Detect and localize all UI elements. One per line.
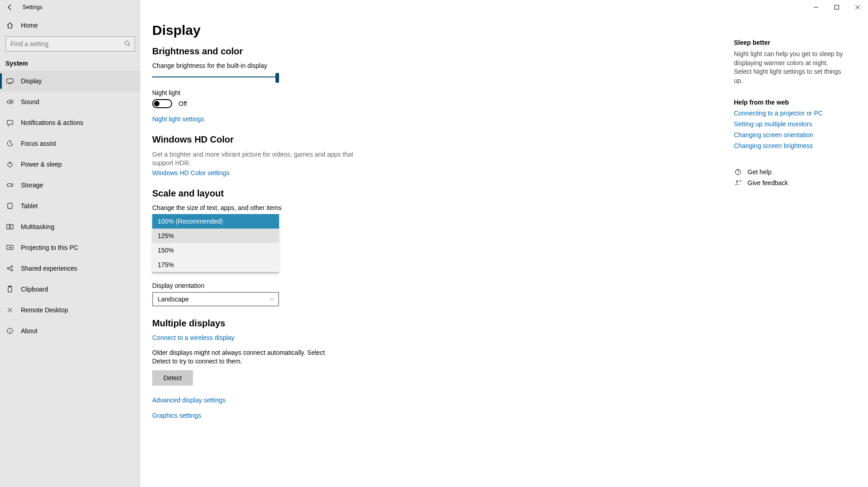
remote-desktop-icon — [5, 306, 14, 314]
advanced-display-link[interactable]: Advanced display settings — [152, 396, 226, 404]
give-feedback-label: Give feedback — [747, 179, 788, 186]
svg-point-20 — [736, 181, 738, 182]
sidebar-home-label: Home — [21, 22, 38, 29]
slider-thumb[interactable] — [275, 73, 279, 83]
back-button[interactable] — [0, 0, 20, 14]
sidebar-item-label: About — [21, 327, 38, 334]
app-title: Settings — [23, 4, 42, 10]
toggle-knob — [154, 101, 159, 106]
hdcolor-settings-link[interactable]: Windows HD Color settings — [152, 169, 229, 177]
sidebar-item-notifications[interactable]: Notifications & actions — [0, 112, 140, 133]
detect-button[interactable]: Detect — [152, 370, 193, 386]
night-light-label: Night light — [152, 89, 598, 96]
multi-desc: Older displays might not always connect … — [152, 349, 342, 366]
help-link-brightness[interactable]: Changing screen brightness — [734, 142, 847, 149]
sidebar-home[interactable]: Home — [0, 14, 140, 36]
sleep-better-text: Night light can help you get to sleep by… — [734, 50, 847, 85]
scale-dropdown-open[interactable]: 100% (Recommended) 125% 150% 175% — [152, 214, 279, 273]
section-multiple-displays: Multiple displays Connect to a wireless … — [152, 318, 598, 419]
svg-rect-1 — [7, 79, 13, 83]
notifications-icon — [5, 119, 14, 126]
svg-rect-8 — [7, 224, 10, 229]
scale-option-125[interactable]: 125% — [152, 229, 279, 243]
sound-icon — [5, 98, 14, 105]
orientation-value: Landscape — [158, 296, 189, 303]
svg-rect-14 — [8, 286, 12, 292]
window-controls — [805, 0, 868, 14]
section-scale: Scale and layout Change the size of text… — [152, 188, 598, 306]
minimize-icon — [813, 5, 819, 10]
close-button[interactable] — [847, 0, 868, 14]
maximize-button[interactable] — [826, 0, 847, 14]
sidebar-item-tablet[interactable]: Tablet — [0, 196, 140, 216]
home-icon — [5, 22, 14, 29]
give-feedback-row[interactable]: Give feedback — [734, 179, 847, 186]
connect-wireless-link[interactable]: Connect to a wireless display — [152, 334, 234, 341]
sidebar-item-remote-desktop[interactable]: Remote Desktop — [0, 300, 140, 320]
night-light-settings-link[interactable]: Night light settings — [152, 115, 204, 123]
multi-heading: Multiple displays — [152, 318, 598, 329]
close-icon — [855, 5, 860, 10]
help-link-multiple-monitors[interactable]: Setting up multiple monitors — [734, 120, 847, 128]
sidebar-item-projecting[interactable]: Projecting to this PC — [0, 237, 140, 258]
sidebar-item-label: Display — [21, 77, 42, 85]
svg-point-5 — [11, 185, 12, 186]
chevron-down-icon — [269, 296, 275, 302]
about-icon — [5, 327, 14, 334]
help-link-projector[interactable]: Connecting to a projector or PC — [734, 110, 847, 117]
display-icon — [5, 77, 14, 85]
sidebar-item-shared-experiences[interactable]: Shared experiences — [0, 258, 140, 279]
get-help-icon — [734, 168, 742, 176]
page-title: Display — [152, 23, 868, 38]
get-help-row[interactable]: Get help — [734, 168, 847, 176]
graphics-settings-link[interactable]: Graphics settings — [152, 412, 201, 419]
get-help-label: Get help — [747, 168, 772, 176]
clipboard-icon — [5, 286, 14, 293]
scale-option-label: 150% — [158, 247, 174, 254]
svg-point-7 — [10, 207, 10, 208]
sidebar-item-label: Shared experiences — [21, 265, 77, 272]
sidebar-item-label: Clipboard — [21, 286, 48, 293]
focus-assist-icon — [5, 140, 14, 147]
section-hd-color: Windows HD Color Get a brighter and more… — [152, 134, 598, 177]
night-light-state: Off — [178, 100, 187, 107]
night-light-toggle[interactable] — [152, 99, 172, 108]
svg-rect-17 — [835, 5, 839, 10]
svg-point-13 — [11, 269, 13, 271]
sidebar-item-about[interactable]: About — [0, 320, 140, 341]
hdcolor-desc: Get a brighter and more vibrant picture … — [152, 150, 365, 167]
minimize-button[interactable] — [805, 0, 826, 14]
brightness-slider[interactable] — [152, 72, 279, 83]
back-arrow-icon — [6, 4, 14, 11]
scale-option-100[interactable]: 100% (Recommended) — [152, 214, 279, 229]
svg-point-12 — [11, 266, 13, 267]
orientation-select[interactable]: Landscape — [152, 292, 279, 306]
scale-option-175[interactable]: 175% — [152, 258, 279, 272]
scale-option-150[interactable]: 150% — [152, 243, 279, 258]
svg-point-11 — [7, 267, 9, 269]
main-content: Display Brightness and color Change brig… — [140, 14, 868, 487]
sidebar-item-focus-assist[interactable]: Focus assist — [0, 133, 140, 154]
sidebar-item-sound[interactable]: Sound — [0, 91, 140, 112]
scale-heading: Scale and layout — [152, 188, 598, 199]
sidebar-item-multitasking[interactable]: Multitasking — [0, 216, 140, 237]
feedback-icon — [734, 179, 742, 186]
sidebar-item-label: Notifications & actions — [21, 119, 83, 126]
scale-option-label: 100% (Recommended) — [158, 218, 223, 225]
sidebar-item-display[interactable]: Display — [0, 71, 140, 91]
scale-option-label: 125% — [158, 232, 174, 239]
sidebar-item-label: Sound — [21, 98, 39, 105]
help-link-orientation[interactable]: Changing screen orientation — [734, 131, 847, 138]
search-input[interactable] — [5, 36, 135, 52]
storage-icon — [5, 181, 14, 189]
sidebar-item-storage[interactable]: Storage — [0, 175, 140, 196]
hdcolor-heading: Windows HD Color — [152, 134, 598, 145]
sidebar-item-power-sleep[interactable]: Power & sleep — [0, 154, 140, 175]
sidebar-item-label: Projecting to this PC — [21, 244, 78, 251]
brightness-slider-label: Change brightness for the built-in displ… — [152, 62, 598, 69]
svg-rect-9 — [10, 224, 13, 229]
sidebar-item-clipboard[interactable]: Clipboard — [0, 279, 140, 300]
projecting-icon — [5, 244, 14, 251]
help-column: Sleep better Night light can help you ge… — [734, 39, 847, 190]
tablet-icon — [5, 202, 14, 210]
